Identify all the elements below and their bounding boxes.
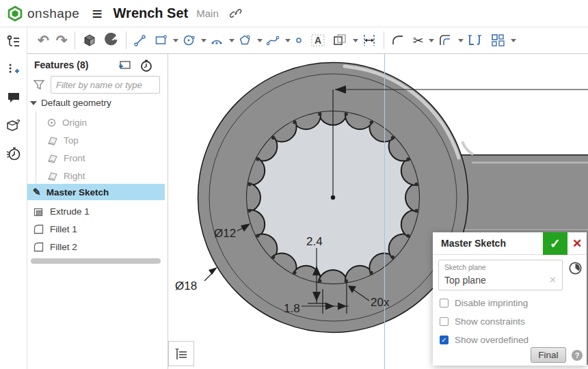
- dim-notch-count[interactable]: 20x: [371, 296, 390, 309]
- feature-label: Fillet 1: [50, 224, 77, 234]
- trim-icon[interactable]: ✂: [410, 31, 427, 49]
- plane-icon: [46, 153, 58, 163]
- plane-icon: [46, 171, 58, 181]
- onshape-logo-icon: [7, 5, 23, 22]
- undo-icon[interactable]: ↶: [34, 31, 53, 49]
- tree-item-top-plane[interactable]: Top: [46, 132, 79, 148]
- learning-help-icon[interactable]: ?: [5, 117, 22, 135]
- origin-icon: [46, 118, 57, 128]
- tree-item-front-plane[interactable]: Front: [46, 150, 85, 166]
- svg-text:?: ?: [16, 118, 21, 125]
- insert-item-icon[interactable]: [6, 61, 21, 79]
- dialog-title: Master Sketch: [441, 238, 506, 249]
- offset-icon[interactable]: [434, 31, 456, 49]
- toolbar-divider: [75, 31, 75, 49]
- tree-connector: [36, 111, 36, 191]
- sketch-plane-value: Top plane: [444, 275, 486, 286]
- extrude-icon[interactable]: [79, 31, 101, 49]
- tree-item-label: Top: [64, 135, 79, 146]
- tree-item-origin[interactable]: Origin: [46, 114, 87, 131]
- feature-fillet-1[interactable]: Fillet 1: [27, 221, 165, 237]
- rectangle-tool-icon[interactable]: [150, 31, 171, 49]
- dim-notch-spacing[interactable]: 1.8: [284, 302, 300, 315]
- inspect-dimensions-icon[interactable]: [464, 31, 487, 49]
- default-geometry-group[interactable]: Default geometry: [30, 98, 111, 108]
- accept-button[interactable]: ✓: [543, 232, 567, 255]
- dim-outer-diameter[interactable]: Ø18: [175, 279, 197, 292]
- help-glyph: ?: [575, 351, 580, 359]
- filter-funnel-icon[interactable]: [33, 79, 45, 91]
- dialog-header: Master Sketch ✓ ✕: [433, 232, 587, 255]
- features-panel: Features (8) Default geometry Origin Top…: [27, 54, 168, 369]
- dim-inner-diameter[interactable]: Ø12: [214, 227, 236, 240]
- polygon-dropdown-caret[interactable]: [257, 39, 263, 42]
- rollback-clock-icon[interactable]: [568, 261, 583, 278]
- final-button[interactable]: Final: [531, 347, 566, 363]
- arc-dropdown-caret[interactable]: [229, 39, 235, 42]
- rectangle-dropdown-caret[interactable]: [173, 39, 178, 42]
- trim-dropdown-caret[interactable]: [429, 39, 434, 42]
- fillet-feature-icon: [33, 241, 44, 253]
- arc-tool-icon[interactable]: [206, 31, 227, 49]
- tree-item-right-plane[interactable]: Right: [46, 167, 85, 184]
- history-icon[interactable]: [5, 145, 22, 163]
- circle-tool-icon[interactable]: [178, 31, 199, 49]
- branch-name[interactable]: Main: [196, 8, 219, 19]
- onshape-logo[interactable]: onshape: [7, 5, 79, 22]
- dimension-icon[interactable]: [358, 31, 380, 49]
- filter-input[interactable]: [51, 76, 160, 94]
- arrowhead: [209, 267, 217, 275]
- main-menu-icon[interactable]: ≡: [92, 5, 102, 23]
- checkbox-icon[interactable]: [440, 299, 449, 308]
- revolve-icon[interactable]: [101, 31, 122, 49]
- dim-notch-diameter[interactable]: 2.4: [306, 235, 323, 248]
- checkbox-icon[interactable]: [440, 317, 449, 326]
- chevron-down-icon[interactable]: [30, 101, 37, 105]
- cancel-button[interactable]: ✕: [567, 232, 587, 255]
- document-title: Wrench Set: [113, 5, 189, 21]
- checkbox-show-overdefined[interactable]: ✓ Show overdefined: [440, 335, 529, 345]
- checkbox-icon[interactable]: ✓: [440, 336, 449, 344]
- checkbox-show-constraints[interactable]: Show constraints: [440, 316, 525, 327]
- pattern-dropdown-caret[interactable]: [511, 39, 516, 42]
- sketch-pattern-icon[interactable]: [487, 31, 509, 49]
- rollback-history-icon[interactable]: [139, 59, 153, 75]
- feature-master-sketch[interactable]: ✎ Master Sketch: [27, 184, 165, 200]
- use-project-icon[interactable]: [329, 31, 351, 49]
- checkbox-disable-imprinting[interactable]: Disable imprinting: [440, 298, 528, 308]
- point-tool-icon[interactable]: [291, 31, 307, 49]
- sketch-text-icon[interactable]: A: [307, 31, 329, 49]
- share-link-icon[interactable]: [230, 8, 242, 20]
- feature-fillet-2[interactable]: Fillet 2: [27, 238, 165, 255]
- offset-dropdown-caret[interactable]: [458, 39, 464, 42]
- pencil-icon: ✎: [33, 187, 41, 197]
- line-tool-icon[interactable]: [130, 31, 150, 49]
- checkbox-label: Show constraints: [455, 316, 525, 327]
- tree-item-label: Right: [64, 171, 85, 181]
- wrench-head[interactable]: [198, 63, 474, 333]
- sketch-fillet-icon[interactable]: [388, 31, 410, 49]
- sketch-plane-field[interactable]: Sketch plane Top plane ✕: [438, 260, 563, 290]
- comments-icon[interactable]: [6, 89, 21, 107]
- spline-tool-icon[interactable]: [263, 31, 283, 49]
- circle-dropdown-caret[interactable]: [201, 39, 206, 42]
- redo-icon[interactable]: ↷: [53, 31, 71, 49]
- insert-feature-folder-icon[interactable]: [118, 59, 131, 74]
- horizontal-scrollbar[interactable]: [31, 258, 161, 264]
- versions-graph-icon[interactable]: [6, 33, 21, 51]
- spline-dropdown-caret[interactable]: [285, 39, 291, 42]
- feature-label: Fillet 2: [50, 242, 77, 252]
- checkbox-label: Disable imprinting: [455, 298, 528, 308]
- toolbar-divider: [126, 31, 126, 49]
- left-rail: ?: [0, 27, 27, 369]
- use-project-dropdown-caret[interactable]: [353, 39, 358, 42]
- help-icon[interactable]: ?: [572, 350, 583, 361]
- tree-item-label: Front: [64, 153, 85, 163]
- features-panel-title: Features (8): [34, 59, 88, 70]
- sketch-list-button[interactable]: [168, 341, 194, 366]
- clear-selection-icon[interactable]: ✕: [549, 275, 557, 285]
- polygon-tool-icon[interactable]: [235, 31, 255, 49]
- feature-extrude-1[interactable]: Extrude 1: [27, 203, 165, 219]
- sketch-plane-label: Sketch plane: [444, 263, 486, 271]
- default-geometry-label: Default geometry: [41, 98, 111, 108]
